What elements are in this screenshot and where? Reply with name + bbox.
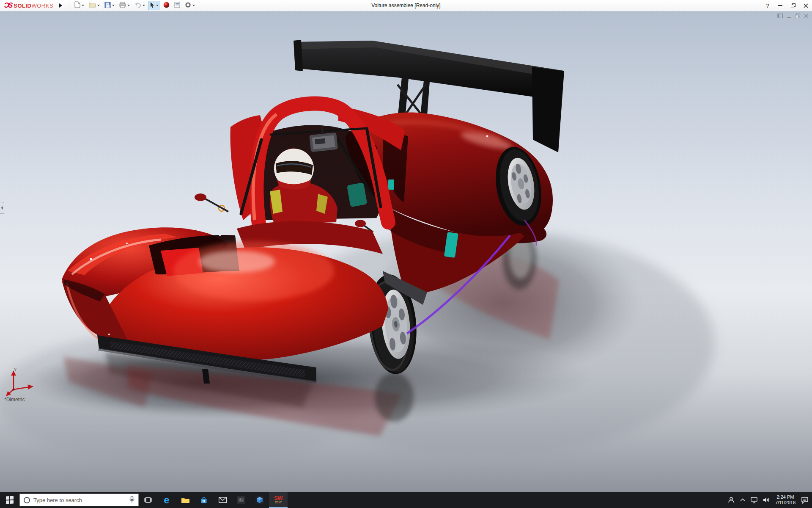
properties-button[interactable]: [173, 1, 182, 10]
action-center-button[interactable]: [801, 497, 809, 504]
people-icon: [728, 497, 735, 503]
chevron-up-icon: [740, 498, 745, 502]
start-button[interactable]: [0, 492, 19, 508]
appearance-sphere-icon: [163, 2, 170, 10]
file-explorer-icon: [181, 497, 190, 504]
undo-icon: [134, 2, 141, 9]
taskbar-search[interactable]: [19, 494, 139, 506]
search-input[interactable]: [33, 497, 126, 503]
solidworks-app-button[interactable]: SW 2017: [269, 492, 288, 508]
doc-minimize-button[interactable]: [787, 14, 791, 18]
help-button[interactable]: ?: [761, 0, 774, 11]
pane-dock-button[interactable]: [777, 14, 783, 18]
save-dropdown-icon[interactable]: [112, 5, 115, 6]
clock-time: 2:24 PM: [775, 494, 796, 500]
taskbar-clock[interactable]: 2:24 PM 7/11/2018: [775, 494, 796, 505]
print-dropdown-icon[interactable]: [127, 5, 130, 6]
windows-logo-icon: [6, 496, 14, 504]
ds-logo-mark: ƆS: [4, 2, 12, 9]
minimize-button[interactable]: [774, 0, 787, 11]
open-button[interactable]: [87, 1, 102, 10]
clock-date: 7/11/2018: [775, 500, 796, 505]
action-center-icon: [801, 497, 809, 504]
menu-flyout-arrow-icon[interactable]: [59, 3, 62, 8]
options-dropdown-icon[interactable]: [192, 5, 195, 6]
close-icon: [804, 3, 808, 8]
new-document-icon: [74, 1, 80, 10]
task-view-button[interactable]: [139, 492, 157, 508]
photos-app-button[interactable]: [232, 492, 250, 508]
minimize-icon: [778, 5, 782, 6]
print-icon: [119, 2, 126, 10]
file-explorer-app-button[interactable]: [176, 492, 195, 508]
open-dropdown-icon[interactable]: [97, 5, 100, 6]
document-title: Voiture assemblee [Read-only]: [371, 3, 440, 8]
solidworks-logo: ƆS SOLID WORKS: [0, 2, 53, 9]
undo-button[interactable]: [133, 1, 147, 10]
graphics-viewport[interactable]: y x *Dimetric: [0, 11, 812, 492]
document-window-controls: [777, 14, 809, 18]
solidworks-app-icon: SW: [274, 496, 283, 501]
photos-icon: [237, 496, 245, 504]
restore-button[interactable]: [787, 0, 799, 11]
new-document-button[interactable]: [73, 1, 86, 10]
task-view-icon: [144, 497, 152, 503]
model-viewport-canvas[interactable]: [0, 11, 812, 492]
store-app-button[interactable]: [195, 492, 213, 508]
appearance-button[interactable]: [162, 1, 171, 10]
triad-y-label: y: [14, 367, 16, 371]
properties-sheet-icon: [174, 2, 180, 10]
speaker-icon: [763, 497, 770, 503]
window-controls: ?: [761, 0, 812, 11]
new-document-dropdown-icon[interactable]: [82, 5, 84, 6]
close-button[interactable]: [799, 0, 812, 11]
network-tray-button[interactable]: [751, 497, 757, 503]
view-orientation-label: *Dimetric: [4, 397, 25, 403]
doc-restore-button[interactable]: [795, 14, 800, 18]
select-dropdown-icon[interactable]: [156, 5, 159, 6]
microphone-icon[interactable]: [129, 496, 134, 505]
triad-x-label: x: [30, 385, 32, 389]
print-button[interactable]: [118, 1, 132, 10]
volume-tray-button[interactable]: [763, 497, 770, 503]
mail-app-button[interactable]: [213, 492, 232, 508]
hidden-icons-button[interactable]: [740, 498, 745, 502]
doc-close-button[interactable]: [804, 14, 809, 18]
select-tool-button[interactable]: [148, 1, 160, 10]
options-button[interactable]: [183, 1, 197, 10]
panel-collapse-tab[interactable]: [0, 202, 4, 214]
orientation-triad: [5, 369, 39, 396]
save-floppy-icon: [104, 2, 111, 10]
gear-icon: [185, 2, 191, 10]
chevron-left-icon: [1, 206, 3, 210]
3d-cube-icon: [255, 496, 264, 504]
select-arrow-icon: [150, 2, 155, 10]
app-titlebar: ƆS SOLID WORKS: [0, 0, 812, 11]
edge-icon: e: [164, 496, 169, 504]
people-tray-button[interactable]: [728, 497, 735, 503]
undo-dropdown-icon[interactable]: [143, 5, 145, 6]
network-icon: [751, 497, 757, 503]
windows-taskbar: e SW 2017 2:24 PM 7/11/2018: [0, 492, 812, 508]
edge-app-button[interactable]: e: [157, 492, 176, 508]
open-folder-icon: [89, 2, 96, 9]
mail-icon: [219, 497, 227, 503]
toolbar-separator: [69, 2, 69, 9]
quick-access-toolbar: [73, 1, 197, 10]
save-button[interactable]: [103, 1, 116, 10]
cortana-icon: [24, 497, 30, 503]
3d-app-button[interactable]: [250, 492, 269, 508]
restore-icon: [791, 3, 796, 8]
store-icon: [200, 496, 208, 504]
system-tray: 2:24 PM 7/11/2018: [728, 492, 812, 508]
